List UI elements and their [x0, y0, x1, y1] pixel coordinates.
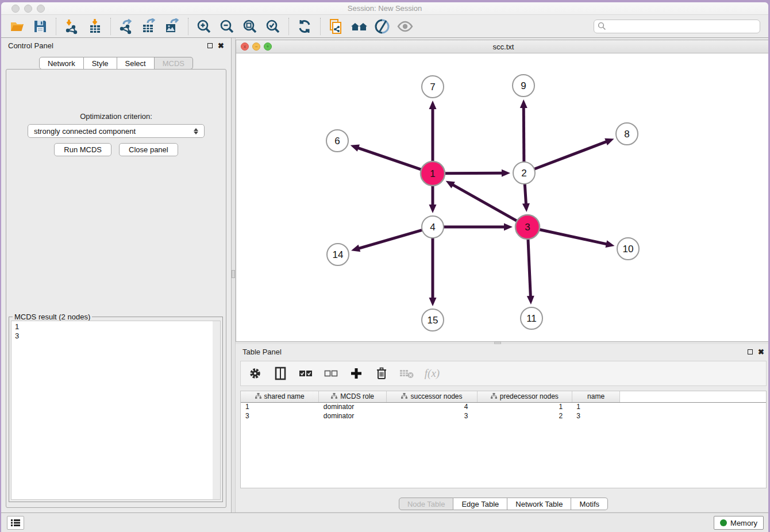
- graph-node-label: 4: [430, 222, 435, 233]
- add-column-button[interactable]: [348, 364, 365, 383]
- graph-edge-1-2[interactable]: [445, 173, 503, 174]
- table-cell[interactable]: 3: [572, 411, 620, 421]
- graph-node-label: 7: [430, 82, 435, 92]
- table-cell[interactable]: 1: [241, 402, 319, 411]
- gear-icon: [249, 367, 261, 380]
- tab-select[interactable]: Select: [117, 57, 155, 70]
- destroy-column-button[interactable]: [398, 364, 415, 383]
- save-session-button[interactable]: [29, 17, 52, 36]
- tab-network-table[interactable]: Network Table: [507, 498, 571, 510]
- graph-node-11[interactable]: 11: [521, 307, 542, 329]
- mcds-result-text[interactable]: 1 3: [11, 321, 221, 500]
- destroy-column-icon: [399, 368, 414, 379]
- graph-node-1[interactable]: 1: [421, 161, 445, 186]
- import-network-button[interactable]: [60, 17, 83, 36]
- open-session-button[interactable]: [6, 17, 29, 36]
- network-view-window: x − + scc.txt 7968124314101511: [236, 40, 768, 342]
- table-cell[interactable]: 2: [477, 411, 572, 421]
- table-row[interactable]: 1dominator411: [241, 402, 766, 411]
- column-header-predecessor-nodes[interactable]: predecessor nodes: [477, 391, 572, 402]
- graph-edge-3-1[interactable]: [452, 184, 517, 221]
- tab-node-table[interactable]: Node Table: [399, 498, 454, 510]
- search-field[interactable]: [594, 20, 760, 33]
- graph-edge-2-3[interactable]: [525, 184, 526, 205]
- graph-edge-2-9[interactable]: [523, 107, 524, 162]
- unselect-all-button[interactable]: [322, 364, 340, 383]
- column-header-mcds-role[interactable]: MCDS role: [319, 391, 387, 402]
- graph-node-9[interactable]: 9: [513, 75, 534, 97]
- plus-icon: [350, 367, 363, 380]
- hide-windows-button[interactable]: [371, 17, 394, 36]
- table-cell[interactable]: 1: [572, 402, 620, 411]
- close-panel-button[interactable]: Close panel: [119, 143, 178, 156]
- search-input[interactable]: [609, 22, 756, 30]
- table-cell[interactable]: 3: [387, 411, 478, 421]
- column-header-shared-name[interactable]: shared name: [241, 391, 319, 402]
- table-cell[interactable]: dominator: [319, 411, 387, 421]
- clone-network-icon: [328, 18, 344, 34]
- optimization-criterion-select[interactable]: strongly connected component: [28, 124, 205, 138]
- export-image-button[interactable]: [161, 17, 184, 36]
- hierarchy-icon: [255, 393, 261, 399]
- show-hidden-button[interactable]: [394, 17, 417, 36]
- optimization-criterion-label: Optimization criterion:: [6, 112, 226, 121]
- graph-node-4[interactable]: 4: [422, 216, 444, 238]
- run-mcds-button[interactable]: Run MCDS: [54, 143, 111, 156]
- graph-node-3[interactable]: 3: [515, 215, 540, 239]
- export-table-button[interactable]: [138, 17, 161, 36]
- table-cell[interactable]: 1: [477, 402, 572, 411]
- graph-node-15[interactable]: 15: [422, 309, 444, 331]
- node-table-body: 1dominator4113dominator323: [241, 402, 766, 421]
- float-panel-icon[interactable]: [207, 43, 213, 48]
- graph-edge-3-11[interactable]: [528, 239, 530, 297]
- table-cell-empty: [620, 411, 766, 421]
- graph-node-14[interactable]: 14: [327, 244, 349, 265]
- table-cell[interactable]: 3: [241, 411, 319, 421]
- table-row[interactable]: 3dominator323: [241, 411, 766, 421]
- column-header-name[interactable]: name: [572, 391, 620, 402]
- graph-node-8[interactable]: 8: [616, 123, 638, 145]
- table-cell[interactable]: 4: [387, 402, 478, 411]
- refresh-view-button[interactable]: [293, 17, 316, 36]
- graph-edge-2-8[interactable]: [534, 141, 607, 169]
- graph-node-6[interactable]: 6: [326, 130, 348, 152]
- column-header-successor-nodes[interactable]: successor nodes: [387, 391, 478, 402]
- zoom-in-button[interactable]: [192, 17, 215, 36]
- tab-edge-table[interactable]: Edge Table: [453, 498, 507, 510]
- graph-node-10[interactable]: 10: [617, 238, 639, 260]
- splitter-grip[interactable]: [232, 270, 235, 278]
- graph-node-2[interactable]: 2: [513, 162, 535, 184]
- graph-node-7[interactable]: 7: [422, 76, 444, 98]
- close-panel-icon[interactable]: ✖: [758, 348, 764, 356]
- import-table-button[interactable]: [83, 17, 106, 36]
- network-graph[interactable]: 7968124314101511: [236, 53, 768, 341]
- show-task-history-button[interactable]: [7, 516, 24, 530]
- hierarchy-icon: [401, 393, 407, 399]
- float-panel-icon[interactable]: [748, 349, 753, 354]
- tab-network[interactable]: Network: [39, 57, 84, 70]
- graph-edge-1-6[interactable]: [357, 148, 421, 169]
- zoom-out-button[interactable]: [215, 17, 238, 36]
- graph-edge-3-10[interactable]: [540, 229, 607, 244]
- export-network-icon: [118, 18, 134, 34]
- show-all-windows-button[interactable]: [348, 17, 371, 36]
- result-line: 3: [15, 331, 217, 341]
- apply-function-button[interactable]: f(x): [424, 364, 441, 383]
- vertical-splitter[interactable]: [231, 38, 236, 512]
- close-panel-icon[interactable]: ✖: [218, 42, 224, 49]
- zoom-fit-button[interactable]: [238, 17, 261, 36]
- tab-motifs[interactable]: Motifs: [571, 498, 608, 510]
- show-columns-button[interactable]: [272, 364, 289, 383]
- export-network-button[interactable]: [115, 17, 138, 36]
- graph-edge-4-14[interactable]: [359, 230, 422, 248]
- zoom-selected-button[interactable]: [261, 17, 284, 36]
- tab-mcds[interactable]: MCDS: [155, 57, 193, 70]
- table-options-button[interactable]: [247, 364, 264, 383]
- table-cell[interactable]: dominator: [319, 402, 387, 411]
- delete-column-button[interactable]: [373, 364, 390, 383]
- select-all-button[interactable]: [297, 364, 314, 383]
- result-scrollbar[interactable]: [213, 321, 220, 499]
- tab-style[interactable]: Style: [84, 57, 117, 70]
- clone-network-button[interactable]: [325, 17, 348, 36]
- memory-button[interactable]: Memory: [714, 516, 764, 530]
